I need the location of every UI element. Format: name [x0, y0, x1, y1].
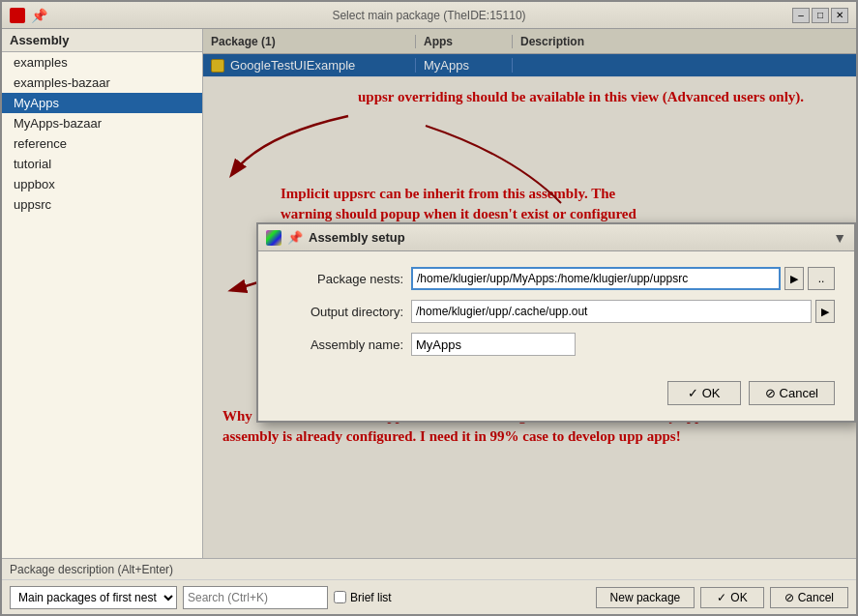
- bottom-cancel-label: Cancel: [798, 591, 834, 604]
- bottom-cancel-no-icon: ⊘: [784, 591, 794, 604]
- cancel-no-icon: ⊘: [765, 386, 776, 400]
- maximize-button[interactable]: □: [812, 8, 829, 23]
- dialog-cancel-button[interactable]: ⊘ Cancel: [749, 381, 835, 405]
- window-title: Select main package (TheIDE:15110): [332, 9, 525, 22]
- dialog-body: Package nests: ▶ .. Output directory:: [258, 251, 854, 371]
- sidebar-item-examples-bazaar[interactable]: examples-bazaar: [2, 73, 202, 93]
- sidebar-item-reference[interactable]: reference: [2, 133, 202, 154]
- left-panel: Assembly examples examples-bazaar MyApps…: [2, 29, 203, 558]
- assembly-setup-dialog: 📌 Assembly setup ▼ Package nests:: [256, 222, 856, 423]
- assembly-name-container: [411, 333, 835, 356]
- package-filter-dropdown[interactable]: Main packages of first nest: [10, 586, 177, 609]
- close-button[interactable]: ✕: [831, 8, 848, 23]
- content-area: Assembly examples examples-bazaar MyApps…: [2, 29, 856, 558]
- search-input[interactable]: [183, 586, 328, 609]
- output-directory-label: Output directory:: [278, 305, 403, 319]
- bottom-ok-label: OK: [730, 591, 747, 604]
- assembly-list: examples examples-bazaar MyApps MyApps-b…: [2, 52, 202, 558]
- sidebar-item-uppsrc[interactable]: uppsrc: [2, 194, 202, 215]
- bottom-cancel-button[interactable]: ⊘ Cancel: [770, 587, 848, 608]
- dialog-title-right: ▼: [833, 230, 846, 246]
- output-directory-input[interactable]: [411, 300, 812, 323]
- sidebar-item-uppbox[interactable]: uppbox: [2, 174, 202, 194]
- ok-check-icon: ✓: [688, 386, 698, 400]
- assembly-name-label: Assembly name:: [278, 337, 403, 352]
- dialog-buttons: ✓ OK ⊘ Cancel: [258, 371, 854, 421]
- package-description-label: Package description (Alt+Enter): [2, 559, 856, 580]
- sidebar-item-myapps-bazaar[interactable]: MyApps-bazaar: [2, 113, 202, 133]
- brief-list-checkbox[interactable]: [334, 591, 346, 603]
- assembly-name-input[interactable]: [411, 333, 576, 356]
- sidebar-item-myapps[interactable]: MyApps: [2, 93, 202, 113]
- package-nests-row: Package nests: ▶ ..: [278, 267, 835, 290]
- dialog-pin-icon: 📌: [287, 230, 303, 245]
- dialog-title-left: 📌 Assembly setup: [266, 230, 405, 246]
- output-directory-container: ▶: [411, 300, 835, 323]
- bottom-ok-check-icon: ✓: [717, 591, 726, 604]
- bottom-bar: Package description (Alt+Enter) Main pac…: [2, 558, 856, 614]
- app-icon: [10, 8, 25, 23]
- dialog-chevron-icon[interactable]: ▼: [833, 230, 846, 246]
- ok-label: OK: [702, 386, 721, 400]
- sidebar-item-tutorial[interactable]: tutorial: [2, 154, 202, 174]
- dialog-title-bar: 📌 Assembly setup ▼: [258, 224, 854, 251]
- sidebar-item-examples[interactable]: examples: [2, 52, 202, 73]
- package-nests-label: Package nests:: [278, 272, 403, 286]
- main-window: 📌 Select main package (TheIDE:15110) – □…: [0, 0, 858, 616]
- new-package-button[interactable]: New package: [596, 587, 695, 608]
- title-bar: 📌 Select main package (TheIDE:15110) – □…: [2, 2, 856, 29]
- bottom-controls: Main packages of first nest Brief list N…: [2, 580, 856, 614]
- title-bar-left: 📌: [10, 8, 47, 23]
- output-directory-row: Output directory: ▶: [278, 300, 835, 323]
- package-nests-container: ▶ ..: [411, 267, 835, 290]
- package-nests-input[interactable]: [411, 267, 781, 290]
- brief-list-checkbox-container: Brief list: [334, 591, 392, 604]
- output-directory-arrow-btn[interactable]: ▶: [815, 300, 835, 323]
- package-nests-browse-btn[interactable]: ..: [808, 267, 835, 290]
- title-bar-buttons: – □ ✕: [792, 8, 848, 23]
- brief-list-label: Brief list: [350, 591, 392, 604]
- title-bar-icon2: 📌: [31, 8, 47, 23]
- assembly-name-row: Assembly name:: [278, 333, 835, 356]
- package-nests-arrow-btn[interactable]: ▶: [784, 267, 804, 290]
- dialog-title-text: Assembly setup: [309, 230, 405, 245]
- dialog-ok-button[interactable]: ✓ OK: [667, 381, 741, 405]
- minimize-button[interactable]: –: [792, 8, 810, 23]
- dialog-icon: [266, 230, 281, 246]
- bottom-ok-button[interactable]: ✓ OK: [700, 587, 763, 608]
- cancel-label: Cancel: [780, 386, 818, 400]
- right-panel: Package (1) Apps Description GoogleTestU…: [203, 29, 856, 558]
- dialog-overlay: 📌 Assembly setup ▼ Package nests:: [203, 29, 856, 558]
- assembly-header: Assembly: [2, 29, 202, 52]
